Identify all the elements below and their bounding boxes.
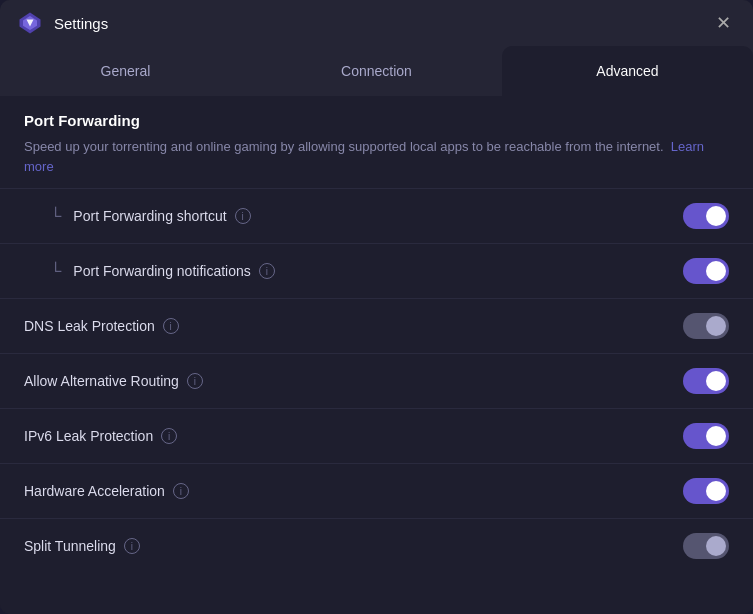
info-icon-hardware-acceleration[interactable]: i bbox=[173, 483, 189, 499]
info-icon-allow-alternative-routing[interactable]: i bbox=[187, 373, 203, 389]
section-title: Port Forwarding bbox=[0, 96, 753, 133]
app-logo bbox=[16, 9, 44, 37]
sub-indent-icon: └ bbox=[50, 207, 61, 225]
info-icon-ipv6-leak-protection[interactable]: i bbox=[161, 428, 177, 444]
settings-content: Port Forwarding Speed up your torrenting… bbox=[0, 96, 753, 614]
toggle-ipv6-leak-protection[interactable] bbox=[683, 423, 729, 449]
setting-row-ipv6-leak-protection: IPv6 Leak Protection i bbox=[0, 408, 753, 463]
toggle-port-forwarding-shortcut[interactable] bbox=[683, 203, 729, 229]
toggle-split-tunneling[interactable] bbox=[683, 533, 729, 559]
setting-row-dns-leak-protection: DNS Leak Protection i bbox=[0, 298, 753, 353]
setting-label-left: DNS Leak Protection i bbox=[24, 318, 179, 334]
toggle-port-forwarding-notifications[interactable] bbox=[683, 258, 729, 284]
info-icon-port-forwarding-notifications[interactable]: i bbox=[259, 263, 275, 279]
tab-general[interactable]: General bbox=[0, 46, 251, 96]
toggle-dns-leak-protection[interactable] bbox=[683, 313, 729, 339]
title-bar-left: Settings bbox=[16, 9, 108, 37]
tab-connection[interactable]: Connection bbox=[251, 46, 502, 96]
tab-advanced[interactable]: Advanced bbox=[502, 46, 753, 96]
close-button[interactable]: ✕ bbox=[710, 8, 737, 38]
setting-label-left: Split Tunneling i bbox=[24, 538, 140, 554]
setting-row-allow-alternative-routing: Allow Alternative Routing i bbox=[0, 353, 753, 408]
setting-label-left: Hardware Acceleration i bbox=[24, 483, 189, 499]
toggle-allow-alternative-routing[interactable] bbox=[683, 368, 729, 394]
setting-label-left: IPv6 Leak Protection i bbox=[24, 428, 177, 444]
setting-row-hardware-acceleration: Hardware Acceleration i bbox=[0, 463, 753, 518]
info-icon-split-tunneling[interactable]: i bbox=[124, 538, 140, 554]
setting-label-left: Allow Alternative Routing i bbox=[24, 373, 203, 389]
setting-label-left: └ Port Forwarding shortcut i bbox=[50, 207, 251, 225]
setting-row-port-forwarding-shortcut: └ Port Forwarding shortcut i bbox=[0, 188, 753, 243]
setting-row-port-forwarding-notifications: └ Port Forwarding notifications i bbox=[0, 243, 753, 298]
sub-indent-icon: └ bbox=[50, 262, 61, 280]
section-description: Speed up your torrenting and online gami… bbox=[0, 133, 753, 188]
setting-label-left: └ Port Forwarding notifications i bbox=[50, 262, 275, 280]
info-icon-port-forwarding-shortcut[interactable]: i bbox=[235, 208, 251, 224]
window-title: Settings bbox=[54, 15, 108, 32]
title-bar: Settings ✕ bbox=[0, 0, 753, 46]
settings-window: Settings ✕ General Connection Advanced P… bbox=[0, 0, 753, 614]
info-icon-dns-leak-protection[interactable]: i bbox=[163, 318, 179, 334]
setting-row-split-tunneling: Split Tunneling i bbox=[0, 518, 753, 573]
tab-bar: General Connection Advanced bbox=[0, 46, 753, 96]
toggle-hardware-acceleration[interactable] bbox=[683, 478, 729, 504]
